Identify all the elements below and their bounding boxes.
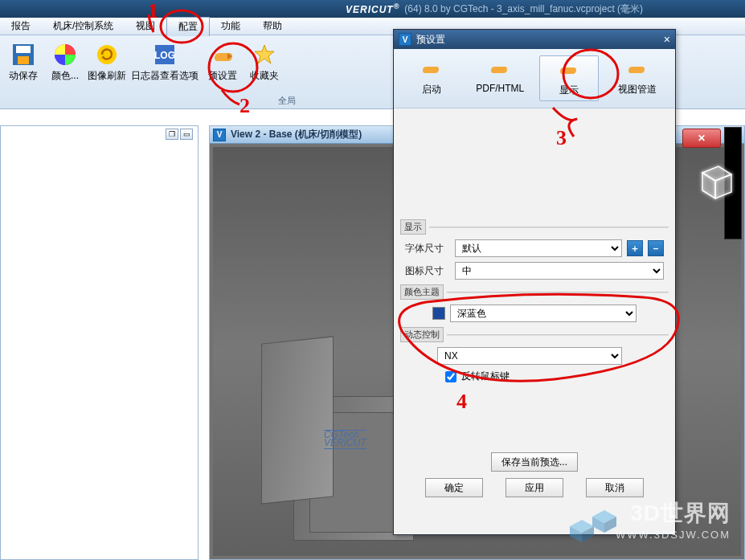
tab-pipeline[interactable]: 视图管道 (608, 55, 667, 100)
dialog-body: 显示 字体尺寸 默认 ＋ － 图标尺寸 中 颜色主题 深蓝色 动态控制 NX 反… (394, 108, 675, 504)
svg-point-4 (97, 45, 117, 64)
hand-point-icon (420, 59, 443, 80)
vericut-v-icon: V (213, 129, 226, 141)
rbtn-autosave-label: 动保存 (9, 71, 38, 81)
rbtn-favorites[interactable]: 收藏夹 (244, 39, 285, 84)
rbtn-color-label: 颜色... (51, 71, 79, 81)
star-icon (252, 42, 277, 67)
row-icon-size: 图标尺寸 中 (400, 262, 669, 280)
svg-rect-2 (18, 56, 29, 64)
tab-display[interactable]: 显示 (539, 55, 599, 101)
section-display: 显示 (400, 219, 669, 235)
dialog-close-icon[interactable]: × (664, 33, 670, 46)
right-viewport-slice (724, 127, 742, 239)
font-size-label: 字体尺寸 (405, 242, 450, 255)
rbtn-preset[interactable]: 预设置 (202, 39, 244, 84)
icon-size-label: 图标尺寸 (405, 264, 450, 278)
app-logo: VERICUT® (346, 2, 399, 15)
rbtn-logview-label: 日志器查看选项 (131, 71, 199, 81)
close-icon: ✕ (698, 133, 706, 144)
dialog-title-text: 预设置 (416, 33, 445, 47)
svg-rect-1 (16, 46, 31, 53)
apply-button[interactable]: 应用 (506, 478, 563, 497)
menu-config[interactable]: 配置 (166, 17, 210, 36)
refresh-icon (94, 42, 120, 67)
minus-icon: － (651, 242, 661, 255)
menu-machine[interactable]: 机床/控制系统 (42, 17, 125, 35)
hand-point-icon (558, 59, 580, 80)
preset-dialog: V 预设置 × 启动 PDF/HTML 显示 视图管道 显示 字体尺寸 默认 ＋… (393, 29, 676, 535)
plus-icon: ＋ (630, 242, 640, 255)
vericut-v-icon: V (399, 33, 411, 46)
rbtn-color[interactable]: 颜色... (44, 39, 86, 84)
tab-pdf[interactable]: PDF/HTML (470, 55, 530, 97)
rbtn-imgrefresh[interactable]: 图像刷新 (86, 39, 128, 84)
rbtn-autosave[interactable]: 动保存 (2, 39, 44, 84)
section-theme: 颜色主题 (400, 284, 669, 300)
theme-select[interactable]: 深蓝色 (450, 305, 637, 322)
close-button[interactable]: ✕ (682, 129, 721, 148)
tab-pipeline-label: 视图管道 (618, 83, 657, 96)
dialog-tabs: 启动 PDF/HTML 显示 视图管道 (394, 49, 675, 108)
hand-point-icon (210, 42, 235, 67)
svg-text:LOG: LOG (154, 50, 175, 61)
hand-point-icon (626, 59, 649, 80)
rbtn-favorites-label: 收藏夹 (250, 71, 279, 81)
save-current-button[interactable]: 保存当前预选... (491, 452, 578, 472)
rbtn-preset-label: 预设置 (208, 71, 237, 81)
rbtn-imgrefresh-label: 图像刷新 (88, 71, 126, 81)
app-titlebar: VERICUT® (64) 8.0 by CGTech - 3_axis_mil… (0, 0, 745, 18)
theme-swatch-icon (432, 307, 445, 320)
menu-function[interactable]: 功能 (210, 17, 252, 35)
dyn-control-select[interactable]: NX (437, 347, 622, 365)
rbtn-logview[interactable]: LOG 日志器查看选项 (128, 39, 202, 84)
section-dyn: 动态控制 (400, 327, 669, 342)
tab-pdf-label: PDF/HTML (476, 83, 524, 94)
panel-restore-icon[interactable]: ❐ (166, 129, 178, 140)
dialog-titlebar[interactable]: V 预设置 × (394, 30, 675, 49)
app-title-suffix: (64) 8.0 by CGTech - 3_axis_mill_fanuc.v… (404, 2, 643, 16)
menu-view[interactable]: 视图 (125, 17, 166, 35)
color-wheel-icon (52, 42, 78, 67)
decrease-button[interactable]: － (648, 240, 664, 256)
increase-button[interactable]: ＋ (627, 240, 643, 256)
ok-button[interactable]: 确定 (425, 478, 483, 497)
ribbon-group-label: 全局 (278, 95, 296, 107)
view2-title-text: View 2 - Base (机床/切削模型) (231, 128, 362, 141)
cancel-button[interactable]: 取消 (586, 478, 644, 497)
icon-size-select[interactable]: 中 (455, 262, 664, 280)
invert-mouse-label: 反转鼠标键 (461, 370, 510, 383)
left-panel: ❐ ▭ (0, 125, 199, 560)
row-font-size: 字体尺寸 默认 ＋ － (400, 239, 669, 257)
log-icon: LOG (152, 42, 178, 67)
tab-start[interactable]: 启动 (402, 55, 461, 100)
menu-help[interactable]: 帮助 (252, 17, 293, 35)
font-size-select[interactable]: 默认 (455, 239, 622, 257)
panel-max-icon[interactable]: ▭ (180, 129, 193, 140)
hand-point-icon (489, 59, 511, 80)
tab-start-label: 启动 (422, 83, 441, 96)
invert-mouse-checkbox[interactable] (445, 371, 456, 382)
floppy-icon (10, 42, 36, 67)
wireframe-cube-icon (694, 158, 738, 202)
menu-report[interactable]: 报告 (0, 17, 42, 35)
tab-display-label: 显示 (559, 84, 579, 97)
